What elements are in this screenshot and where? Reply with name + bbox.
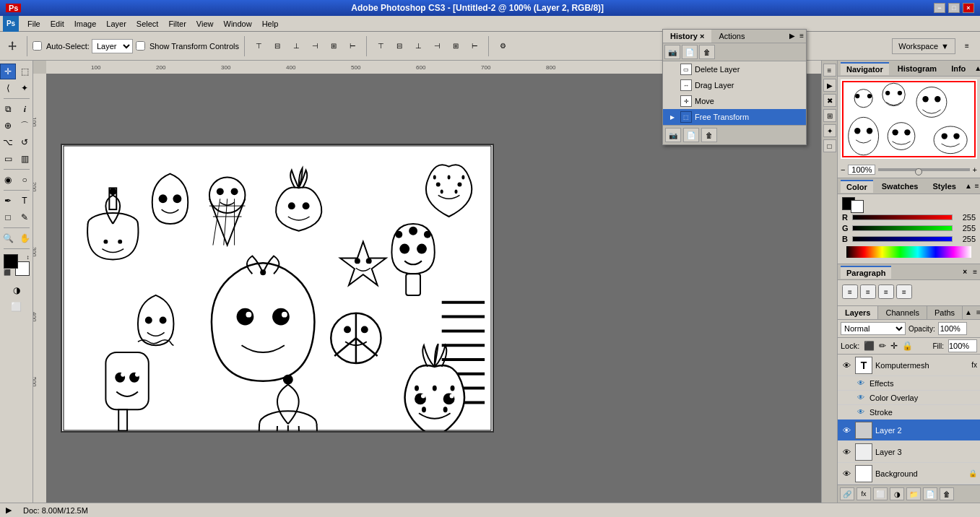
panel-icon-3[interactable]: ✖ <box>823 94 836 107</box>
marquee-tool[interactable]: ⬚ <box>17 64 32 79</box>
auto-select-checkbox[interactable] <box>32 41 42 51</box>
layer-visibility-komputermesh[interactable]: 👁 <box>841 360 852 371</box>
menu-filter[interactable]: Filter <box>164 18 190 30</box>
history-new-document-btn[interactable]: 📄 <box>683 128 699 142</box>
eyedropper-tool[interactable]: 𝒊 <box>17 101 32 117</box>
fill-input[interactable] <box>948 339 977 352</box>
g-slider-track[interactable] <box>852 225 953 231</box>
menu-file[interactable]: File <box>23 18 45 30</box>
layer-item-background[interactable]: 👁 Background 🔒 <box>838 463 980 485</box>
workspace-button[interactable]: Workspace ▼ <box>892 38 955 54</box>
lock-transparent-icon[interactable]: ⬛ <box>864 341 875 351</box>
dist-right-icon[interactable]: ⊢ <box>466 38 483 54</box>
minimize-button[interactable]: − <box>934 3 945 13</box>
hand-tool[interactable]: ✋ <box>17 230 32 246</box>
layer-visibility-layer2[interactable]: 👁 <box>841 425 852 436</box>
align-left-btn[interactable]: ≡ <box>842 284 858 299</box>
shape-tool[interactable]: □ <box>0 209 16 225</box>
zoom-slider[interactable] <box>878 168 969 171</box>
menu-select[interactable]: Select <box>132 18 163 30</box>
close-button[interactable]: × <box>963 3 974 13</box>
layer-visibility-background[interactable]: 👁 <box>841 468 852 479</box>
magic-wand-tool[interactable]: ✦ <box>17 80 32 96</box>
color-options-icon[interactable]: ≡ <box>975 182 979 190</box>
add-style-btn[interactable]: fx <box>857 487 871 500</box>
stroke-visibility-icon[interactable]: 👁 <box>855 407 867 418</box>
swap-colors-icon[interactable]: ↕ <box>27 254 30 261</box>
zoom-tool[interactable]: 🔍 <box>0 230 16 246</box>
opacity-input[interactable] <box>938 322 967 335</box>
align-left-icon[interactable]: ⊣ <box>306 38 324 54</box>
history-brush-tool[interactable]: ↺ <box>17 134 32 150</box>
panel-icon-4[interactable]: ⊞ <box>823 109 836 122</box>
history-panel-arrow[interactable]: ▶ <box>787 30 797 43</box>
r-slider-track[interactable] <box>852 214 953 220</box>
menu-window[interactable]: Window <box>220 18 256 30</box>
lock-position-icon[interactable]: ✛ <box>890 341 898 351</box>
history-new-doc-btn[interactable]: 📄 <box>682 45 698 59</box>
tab-layers[interactable]: Layers <box>838 306 878 319</box>
dodge-tool[interactable]: ○ <box>17 172 32 188</box>
gradient-tool[interactable]: ▥ <box>17 151 32 167</box>
new-group-btn[interactable]: 📁 <box>906 487 921 500</box>
panel-options-icon[interactable]: ≡ <box>958 38 976 54</box>
notes-tool[interactable]: ✎ <box>17 209 32 225</box>
move-tool[interactable]: ✛ <box>0 64 16 79</box>
lock-all-icon[interactable]: 🔒 <box>902 341 913 351</box>
pen-tool[interactable]: ✒ <box>0 193 16 209</box>
tab-history[interactable]: History × <box>663 30 711 43</box>
new-layer-btn[interactable]: 📄 <box>923 487 937 500</box>
link-layers-btn[interactable]: 🔗 <box>840 487 854 500</box>
menu-layer[interactable]: Layer <box>102 18 131 30</box>
history-item-move[interactable]: ✛ Move <box>663 93 806 109</box>
dist-bottom-icon[interactable]: ⊥ <box>409 38 427 54</box>
align-center-btn[interactable]: ≡ <box>860 284 876 299</box>
layer-fx-icon[interactable]: fx <box>971 361 977 369</box>
transform-controls-checkbox[interactable] <box>136 41 145 51</box>
panel-icon-5[interactable]: ✦ <box>823 124 836 137</box>
blend-mode-select[interactable]: Normal Multiply Screen <box>841 322 906 335</box>
text-tool[interactable]: T <box>17 193 32 209</box>
dist-hcenter-icon[interactable]: ⊞ <box>447 38 464 54</box>
tab-channels[interactable]: Channels <box>878 306 927 319</box>
zoom-in-icon[interactable]: + <box>973 165 977 174</box>
default-colors-icon[interactable]: ⬛ <box>4 269 11 276</box>
history-options-icon[interactable]: ≡ <box>797 30 806 43</box>
brush-tool[interactable]: ⌒ <box>17 118 32 134</box>
panel-icon-1[interactable]: ≡ <box>823 64 836 77</box>
menu-image[interactable]: Image <box>70 18 101 30</box>
heal-tool[interactable]: ⊕ <box>0 118 16 134</box>
color-spectrum-bar[interactable] <box>846 246 971 258</box>
zoom-out-icon[interactable]: − <box>841 165 845 174</box>
navigator-collapse-btn[interactable]: ▲ <box>974 64 980 74</box>
paragraph-options-icon[interactable]: ≡ <box>973 268 977 276</box>
panel-icon-6[interactable]: □ <box>823 139 836 152</box>
justify-btn[interactable]: ≡ <box>896 284 912 299</box>
layer-item-komputermesh[interactable]: 👁 T Komputermesh fx <box>838 355 980 376</box>
crop-tool[interactable]: ⧉ <box>0 101 16 117</box>
dist-top-icon[interactable]: ⊤ <box>372 38 389 54</box>
paragraph-panel-close-btn[interactable]: × <box>960 267 970 277</box>
tab-color[interactable]: Color <box>841 180 873 193</box>
new-adjustment-layer-btn[interactable]: ◑ <box>890 487 904 500</box>
screen-mode-btn[interactable]: ⬜ <box>9 299 25 315</box>
quick-mask-btn[interactable]: ◑ <box>9 282 25 298</box>
zoom-value[interactable]: 100% <box>848 165 875 175</box>
panel-icon-2[interactable]: ▶ <box>823 79 836 92</box>
layers-collapse-btn[interactable]: ▲ <box>963 306 974 319</box>
tab-styles[interactable]: Styles <box>927 180 961 192</box>
history-item-free-transform[interactable]: ▶ ⬚ Free Transform <box>663 109 806 125</box>
b-slider-track[interactable] <box>852 236 953 242</box>
color-overlay-visibility-icon[interactable]: 👁 <box>855 392 867 404</box>
layer-visibility-layer3[interactable]: 👁 <box>841 446 852 458</box>
zoom-slider-thumb[interactable] <box>915 168 922 175</box>
doc-status-arrow[interactable]: ▶ <box>6 505 12 515</box>
menu-edit[interactable]: Edit <box>46 18 69 30</box>
tab-actions[interactable]: Actions <box>711 30 752 43</box>
lasso-tool[interactable]: ⟨ <box>0 80 16 96</box>
tab-paragraph[interactable]: Paragraph <box>841 266 891 279</box>
align-right-icon[interactable]: ⊢ <box>344 38 361 54</box>
history-snapshot-btn[interactable]: 📷 <box>665 128 681 142</box>
dist-left-icon[interactable]: ⊣ <box>428 38 446 54</box>
delete-layer-btn[interactable]: 🗑 <box>940 487 954 500</box>
